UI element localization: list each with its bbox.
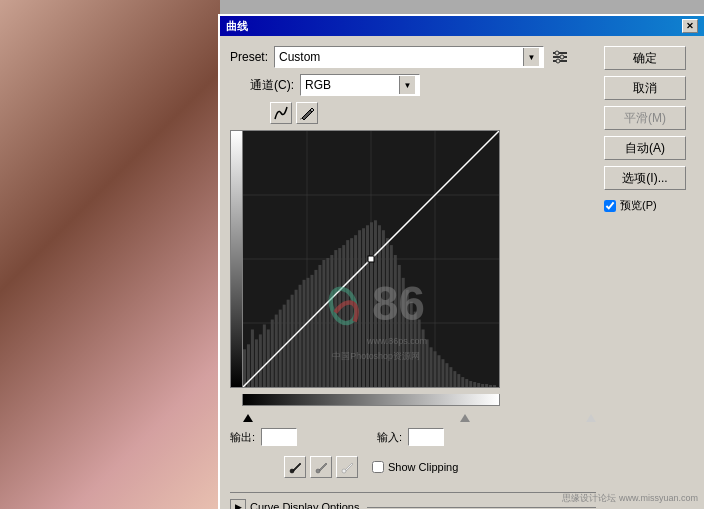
black-point-control[interactable] xyxy=(243,414,253,422)
auto-button[interactable]: 自动(A) xyxy=(604,136,686,160)
curve-display-row: ▶ Curve Display Options xyxy=(230,492,596,509)
svg-rect-22 xyxy=(303,280,306,387)
svg-point-4 xyxy=(560,55,564,59)
expand-icon: ▶ xyxy=(235,502,242,509)
preset-dropdown[interactable]: Custom ▼ xyxy=(274,46,544,68)
svg-rect-26 xyxy=(318,265,321,387)
svg-rect-19 xyxy=(291,295,294,387)
svg-rect-24 xyxy=(310,275,313,387)
svg-rect-58 xyxy=(445,363,448,387)
white-point-control[interactable] xyxy=(586,414,596,422)
close-button[interactable]: ✕ xyxy=(682,19,698,33)
pen-tool-icon xyxy=(300,106,314,120)
curves-graph[interactable]: 86 www.86ps.com 中国Photoshop资源网 xyxy=(242,130,500,388)
svg-rect-57 xyxy=(441,359,444,387)
svg-rect-69 xyxy=(489,385,492,387)
svg-rect-29 xyxy=(330,255,333,387)
curve-display-expand-button[interactable]: ▶ xyxy=(230,499,246,509)
input-gradient-strip xyxy=(242,394,500,406)
ok-button[interactable]: 确定 xyxy=(604,46,686,70)
show-clipping-label: Show Clipping xyxy=(388,461,458,473)
svg-rect-11 xyxy=(259,334,262,387)
svg-rect-33 xyxy=(346,240,349,387)
svg-rect-32 xyxy=(342,245,345,387)
svg-rect-68 xyxy=(485,384,488,387)
svg-rect-12 xyxy=(263,324,266,387)
tools-row xyxy=(270,102,596,124)
output-gradient-strip xyxy=(230,130,242,388)
bottom-watermark: 思缘设计论坛 www.missyuan.com xyxy=(562,492,698,505)
left-panel: Preset: Custom ▼ xyxy=(230,46,596,509)
channel-dropdown[interactable]: RGB ▼ xyxy=(300,74,420,96)
settings-icon xyxy=(552,49,568,65)
svg-rect-36 xyxy=(358,230,361,387)
input-row: 输入: xyxy=(377,428,444,446)
svg-text:www.86ps.com: www.86ps.com xyxy=(366,336,427,346)
svg-rect-7 xyxy=(243,349,246,387)
output-row: 输出: xyxy=(230,428,297,446)
right-panel: 确定 取消 平滑(M) 自动(A) 选项(I)... 预览(P) xyxy=(604,46,694,509)
output-value-input[interactable] xyxy=(261,428,297,446)
svg-rect-64 xyxy=(469,381,472,387)
cancel-button[interactable]: 取消 xyxy=(604,76,686,100)
curves-svg: 86 www.86ps.com 中国Photoshop资源网 xyxy=(243,131,499,387)
dialog-body: Preset: Custom ▼ xyxy=(220,36,704,509)
preset-settings-button[interactable] xyxy=(550,47,570,67)
input-value-input[interactable] xyxy=(408,428,444,446)
svg-rect-15 xyxy=(275,315,278,387)
svg-point-3 xyxy=(555,51,559,55)
preview-checkbox[interactable] xyxy=(604,200,616,212)
preview-row: 预览(P) xyxy=(604,198,694,213)
svg-rect-60 xyxy=(453,371,456,387)
preset-row: Preset: Custom ▼ xyxy=(230,46,596,68)
black-eyedropper-icon xyxy=(289,461,302,474)
svg-rect-25 xyxy=(314,270,317,387)
svg-rect-53 xyxy=(426,339,429,387)
svg-rect-59 xyxy=(449,367,452,387)
dialog-title: 曲线 xyxy=(226,19,248,34)
svg-rect-37 xyxy=(362,228,365,387)
gray-eyedropper-button[interactable] xyxy=(310,456,332,478)
channel-label: 通道(C): xyxy=(250,77,294,94)
svg-point-5 xyxy=(556,59,560,63)
white-eyedropper-button[interactable] xyxy=(336,456,358,478)
curve-display-divider xyxy=(367,507,596,508)
svg-rect-34 xyxy=(350,238,353,387)
smooth-button[interactable]: 平滑(M) xyxy=(604,106,686,130)
input-label: 输入: xyxy=(377,430,402,445)
svg-rect-20 xyxy=(295,290,298,387)
title-bar: 曲线 ✕ xyxy=(220,16,704,36)
show-clipping-checkbox[interactable] xyxy=(372,461,384,473)
curve-control-point xyxy=(368,256,374,262)
curve-tool-button[interactable] xyxy=(270,102,292,124)
svg-rect-27 xyxy=(322,260,325,387)
graph-area: 86 www.86ps.com 中国Photoshop资源网 xyxy=(230,130,596,388)
svg-rect-67 xyxy=(481,384,484,387)
svg-rect-28 xyxy=(326,258,329,387)
channel-value: RGB xyxy=(305,78,399,92)
options-button[interactable]: 选项(I)... xyxy=(604,166,686,190)
channel-row: 通道(C): RGB ▼ xyxy=(230,74,596,96)
svg-rect-63 xyxy=(465,379,468,387)
input-adjust-row xyxy=(243,414,596,422)
svg-rect-10 xyxy=(255,339,258,387)
svg-rect-38 xyxy=(366,225,369,387)
preset-label: Preset: xyxy=(230,50,268,64)
svg-rect-21 xyxy=(299,285,302,387)
curve-display-label: Curve Display Options xyxy=(250,501,359,509)
eyedroppers-row: Show Clipping xyxy=(230,456,596,478)
midpoint-control[interactable] xyxy=(460,414,470,422)
svg-rect-14 xyxy=(271,320,274,387)
svg-point-82 xyxy=(342,469,346,473)
output-label: 输出: xyxy=(230,430,255,445)
svg-rect-65 xyxy=(473,382,476,387)
svg-rect-66 xyxy=(477,383,480,387)
svg-text:86: 86 xyxy=(372,277,425,330)
curves-dialog: 曲线 ✕ Preset: Custom ▼ xyxy=(218,14,704,509)
background-image xyxy=(0,0,220,509)
input-strip-row xyxy=(242,394,596,406)
black-eyedropper-button[interactable] xyxy=(284,456,306,478)
svg-text:中国Photoshop资源网: 中国Photoshop资源网 xyxy=(332,351,420,361)
svg-point-81 xyxy=(316,469,320,473)
pen-tool-button[interactable] xyxy=(296,102,318,124)
